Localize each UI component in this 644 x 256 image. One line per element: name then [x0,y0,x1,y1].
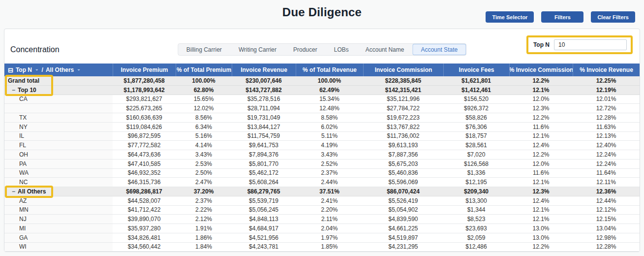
cell: 13.04% [573,224,640,233]
tab-account-name[interactable]: Account Name [357,44,413,55]
cell: $5,675,203 [363,160,443,168]
cell: $5,056,245 [232,206,296,215]
group-column-header[interactable]: ⊟ Top N ⌄ / All Others ⌄ [4,64,113,76]
cell: $39,890,070 [113,215,176,224]
cell: $41,712,422 [113,206,176,215]
table-row: −Top 10$1,178,993,64262.80%$143,727,8826… [4,86,640,95]
cell: $86,279,765 [232,187,296,196]
cell: $7,887,356 [363,150,443,159]
cell: 2.12% [176,215,232,224]
row-label: Grand total [4,76,113,85]
cell: $1,336 [443,169,509,178]
cell: $5,596,069 [363,178,443,187]
cell: 12.0% [509,160,573,168]
cell: $160,636,639 [113,113,176,122]
row-label: −Top 10 [4,86,113,95]
row-label-text: WI [19,243,27,250]
cell: 15.34% [296,95,363,104]
cell: 12.24% [573,160,640,168]
cell: 1.91% [176,224,232,233]
cell: $47,410,585 [113,160,176,168]
cell: $34,560,442 [113,243,176,252]
cell: 2.37% [296,169,363,178]
tab-writing-carrier[interactable]: Writing Carrier [230,44,285,55]
cell: 12.2% [509,113,573,122]
table-row: PA$47,410,5852.53%$5,801,7702.52%$5,675,… [4,160,640,169]
cell: $4,661,225 [363,224,443,233]
cell: $35,121,996 [363,95,443,104]
row-label-text: NJ [19,216,27,223]
collapse-toggle-icon[interactable]: − [12,189,15,194]
cell: 12.1% [509,215,573,224]
row-label-text: NY [19,124,28,130]
cell: 2.50% [176,169,232,178]
cell: 1.97% [296,233,363,242]
row-label: WA [4,169,113,178]
cell: $4,521,956 [232,233,296,242]
row-label: CA [4,95,113,104]
cell: 11.6% [509,123,573,131]
cell: 12.36% [573,187,640,196]
row-label-text: MI [19,225,26,232]
cell: $1,621,801 [443,76,509,85]
group1-label: Top N [16,66,32,73]
cell: $1,412,461 [443,86,509,95]
cell: $28,561 [443,141,509,150]
cell: 12.3% [509,104,573,113]
cell: $4,519,897 [363,233,443,242]
cell: $142,315,421 [363,86,443,95]
column-header-invoice-commission: % Invoice Commission [509,64,573,76]
table-header-row: ⊟ Top N ⌄ / All Others ⌄ Invoice Premium… [4,64,640,76]
collapse-all-icon[interactable]: ⊟ [8,67,13,73]
tab-account-state[interactable]: Account State [412,44,466,55]
row-label-text: AZ [19,197,27,204]
table-row: $225,673,26512.02%$28,711,09412.48%$27,7… [4,104,640,113]
cell: $7,894,376 [232,150,296,159]
cell: 12.98% [573,233,640,242]
cell: 8.58% [296,113,363,122]
table-row: WI$34,560,4421.84%$4,243,7811.85%$4,231,… [4,243,640,252]
cell: 2.37% [176,196,232,205]
tab-billing-carrier[interactable]: Billing Carrier [178,44,230,55]
cell: $5,462,172 [232,169,296,178]
cell: 12.4% [509,196,573,205]
cell: $34,826,481 [113,233,176,242]
cell: 15.65% [176,95,232,104]
column-header-invoice-premium: Invoice Premium [113,64,176,76]
cell: 3.43% [296,150,363,159]
cell: 12.02% [176,104,232,113]
tab-producer[interactable]: Producer [285,44,326,55]
time-selector-button[interactable]: Time Selector [486,11,534,23]
cell: $143,727,882 [232,86,296,95]
cell: 2.44% [296,178,363,187]
row-label: GA [4,233,113,242]
row-label: WI [4,243,113,252]
cell: 12.4% [509,141,573,150]
row-label: MN [4,206,113,215]
row-label-text: Top 10 [18,87,36,94]
cell: 12.28% [573,243,640,252]
cell: 12.3% [509,187,573,196]
cell: 12.12% [573,206,640,215]
table-row: −All Others$698,286,81737.20%$86,279,765… [4,187,640,196]
cell: 2.41% [296,196,363,205]
tab-lobs[interactable]: LOBs [326,44,357,55]
cell: $13,844,127 [232,123,296,131]
table-row: CA$293,821,62715.65%$35,278,51615.34%$35… [4,95,640,104]
filters-button[interactable]: Filters [541,11,583,23]
clear-filters-button[interactable]: Clear Filters [591,11,635,23]
column-header-invoice-commission: Invoice Commission [363,64,443,76]
chevron-down-icon[interactable]: ⌄ [35,66,39,71]
table-row: OH$64,473,6363.43%$7,894,3763.43%$7,887,… [4,150,640,160]
cell: $5,608,264 [232,178,296,187]
cell: 5.11% [296,132,363,141]
top-n-input[interactable] [554,39,627,50]
chevron-down-icon[interactable]: ⌄ [77,66,81,71]
cell: 2.20% [296,206,363,215]
top-bar: Due Diligence Time Selector Filters Clea… [0,0,644,29]
row-label: NC [4,178,113,187]
cell: 2.52% [296,160,363,168]
collapse-toggle-icon[interactable]: − [12,87,15,93]
cell: 13.0% [509,233,573,242]
cell: 12.2% [509,76,573,85]
